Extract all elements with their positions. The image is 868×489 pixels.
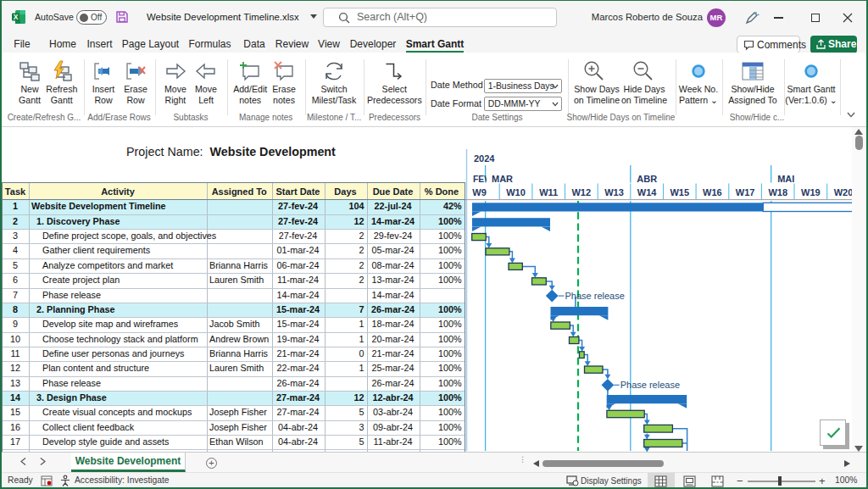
svg-text:W19: W19: [801, 187, 821, 197]
svg-text:W9: W9: [472, 187, 487, 197]
svg-text:ABR: ABR: [637, 174, 657, 184]
svg-text:MAI: MAI: [777, 174, 794, 184]
svg-text:W10: W10: [506, 187, 526, 197]
svg-text:FEV: FEV: [473, 175, 490, 184]
svg-text:Phase release: Phase release: [565, 291, 625, 301]
svg-text:Phase release: Phase release: [620, 380, 680, 390]
svg-text:MAR: MAR: [492, 174, 513, 184]
svg-text:W18: W18: [768, 187, 787, 197]
svg-text:W15: W15: [670, 187, 689, 197]
svg-text:W20: W20: [834, 187, 853, 197]
svg-text:W12: W12: [571, 187, 591, 197]
svg-text:W13: W13: [604, 187, 624, 197]
svg-text:W16: W16: [703, 187, 722, 197]
svg-text:X: X: [14, 13, 19, 21]
svg-text:W11: W11: [539, 187, 558, 197]
svg-text:2024: 2024: [474, 153, 495, 164]
svg-text:W17: W17: [736, 187, 755, 197]
svg-text:W14: W14: [637, 187, 658, 197]
